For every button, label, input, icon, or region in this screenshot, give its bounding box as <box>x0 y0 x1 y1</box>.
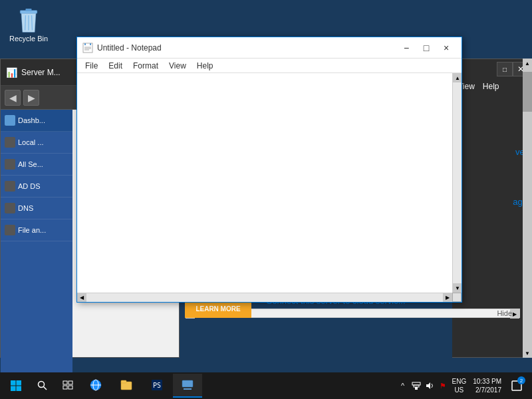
dns-icon <box>5 203 15 213</box>
taskbar: PS ^ ⚑ ENG US 10: <box>0 372 532 399</box>
sm-forward-btn[interactable]: ▶ <box>23 90 39 106</box>
search-icon <box>37 380 48 391</box>
notepad-minimize-btn[interactable]: − <box>396 39 416 57</box>
notepad-body: ▲ ▼ ◀ ▶ <box>77 73 462 302</box>
svg-rect-19 <box>63 386 67 389</box>
sm-menu-help[interactable]: Help <box>483 82 499 91</box>
notification-badge: 2 <box>517 376 525 384</box>
tray-audio-icon[interactable] <box>424 380 435 391</box>
adds-icon <box>5 181 15 192</box>
sidebar-item-dns[interactable]: DNS <box>1 198 72 219</box>
svg-rect-13 <box>11 386 16 392</box>
svg-rect-20 <box>68 386 72 389</box>
hide-link[interactable]: Hide <box>497 309 512 317</box>
promo-box[interactable]: LEARN MORE <box>185 300 251 318</box>
notepad-scroll-track-h[interactable] <box>86 293 443 302</box>
svg-rect-7 <box>90 43 91 45</box>
notepad-scroll-down[interactable]: ▼ <box>453 283 462 293</box>
ie-icon <box>89 378 102 392</box>
svg-line-4 <box>32 15 33 31</box>
notepad-scroll-up[interactable]: ▲ <box>453 73 462 82</box>
notepad-menu-view[interactable]: View <box>164 60 192 72</box>
sidebar-label-file: File an... <box>18 226 46 234</box>
task-view-icon <box>63 380 73 391</box>
svg-rect-29 <box>184 388 192 390</box>
powershell-icon: PS <box>150 378 164 392</box>
start-button[interactable] <box>3 374 29 398</box>
speaker-icon <box>425 381 434 390</box>
system-clock[interactable]: 10:33 PM 2/7/2017 <box>470 377 504 394</box>
file-icon <box>5 225 15 235</box>
svg-rect-30 <box>415 387 418 390</box>
local-icon <box>5 137 15 148</box>
sidebar-label-dns: DNS <box>18 204 33 212</box>
taskbar-powershell-app[interactable]: PS <box>142 374 172 398</box>
svg-marker-33 <box>426 382 430 389</box>
search-button[interactable] <box>31 374 55 398</box>
scrollbar-thumb[interactable] <box>523 72 532 112</box>
language-indicator[interactable]: ENG US <box>451 377 468 394</box>
notepad-title: Untitled - Notepad <box>97 43 396 53</box>
svg-rect-11 <box>11 380 16 386</box>
svg-rect-18 <box>68 381 72 384</box>
tray-network-icon[interactable] <box>411 380 422 391</box>
sidebar-item-local[interactable]: Local ... <box>1 132 72 154</box>
tray-chevron[interactable]: ^ <box>398 380 408 391</box>
taskbar-ie-app[interactable] <box>81 374 110 398</box>
notepad-window: Untitled - Notepad − □ × File Edit Forma… <box>76 37 462 303</box>
sidebar-item-dashboard[interactable]: Dashb... <box>1 110 72 132</box>
notepad-menu-file[interactable]: File <box>80 60 103 72</box>
svg-rect-28 <box>182 380 193 387</box>
sm-sidebar: Dashb... Local ... All Se... AD DS DNS F… <box>1 110 72 399</box>
svg-rect-6 <box>84 43 86 45</box>
recycle-bin-icon[interactable]: Recycle Bin <box>5 5 52 45</box>
notepad-scroll-right[interactable]: ▶ <box>443 293 452 303</box>
sm-partial-text-2: age <box>452 157 531 207</box>
desktop: Recycle Bin 📊 Server M... ◀ ▶ Dashb... L… <box>0 0 532 359</box>
taskbar-servermanager-app[interactable] <box>173 374 202 398</box>
sidebar-item-adds[interactable]: AD DS <box>1 176 72 198</box>
notepad-scroll-left[interactable]: ◀ <box>77 293 86 303</box>
recycle-bin-label: Recycle Bin <box>9 35 48 43</box>
sidebar-label-local: Local ... <box>18 138 44 146</box>
lang-line2: US <box>452 386 467 394</box>
network-icon <box>412 381 421 390</box>
notepad-text-area[interactable] <box>77 73 452 293</box>
notepad-window-controls: − □ × <box>396 39 456 57</box>
svg-text:PS: PS <box>153 382 161 389</box>
sidebar-item-all-servers[interactable]: All Se... <box>1 154 72 176</box>
sm-restore-btn[interactable]: □ <box>497 62 513 76</box>
svg-rect-12 <box>17 380 22 386</box>
notepad-close-btn[interactable]: × <box>436 39 456 57</box>
svg-line-16 <box>44 387 47 390</box>
notepad-menu-help[interactable]: Help <box>192 60 219 72</box>
notepad-menubar: File Edit Format View Help <box>77 59 462 73</box>
tray-flag-icon[interactable]: ⚑ <box>438 380 448 391</box>
notepad-scroll-track-v[interactable] <box>453 82 462 283</box>
notepad-resize-grip[interactable] <box>452 293 462 302</box>
scrollbar-up-arrow[interactable]: ▲ <box>523 59 532 68</box>
sidebar-label-adds: AD DS <box>18 182 41 190</box>
scrollbar-down-arrow[interactable]: ▼ <box>523 348 532 358</box>
notepad-vscrollbar[interactable]: ▲ ▼ <box>452 73 462 293</box>
task-view-button[interactable] <box>56 374 80 398</box>
sm-menu-bar-right: View Help <box>452 79 531 94</box>
notepad-hscrollbar[interactable]: ◀ ▶ <box>77 293 452 302</box>
notification-center-button[interactable]: 2 <box>507 374 527 398</box>
sm-partial-text-1: ver <box>452 94 531 157</box>
svg-rect-32 <box>412 382 420 385</box>
sm-vscrollbar[interactable]: ▲ ▼ <box>523 59 532 358</box>
taskbar-explorer-app[interactable] <box>112 374 141 398</box>
notepad-maximize-btn[interactable]: □ <box>416 39 436 57</box>
notepad-menu-edit[interactable]: Edit <box>103 60 128 72</box>
learn-more-text[interactable]: LEARN MORE <box>190 305 246 313</box>
all-servers-icon <box>5 159 15 170</box>
sm-back-btn[interactable]: ◀ <box>5 90 21 106</box>
dashboard-icon <box>5 115 15 126</box>
sidebar-item-file[interactable]: File an... <box>1 219 72 241</box>
notepad-menu-format[interactable]: Format <box>128 60 164 72</box>
notepad-titlebar: Untitled - Notepad − □ × <box>77 37 462 59</box>
svg-rect-1 <box>25 9 31 11</box>
svg-rect-17 <box>63 381 67 384</box>
clock-date: 2/7/2017 <box>473 386 501 394</box>
